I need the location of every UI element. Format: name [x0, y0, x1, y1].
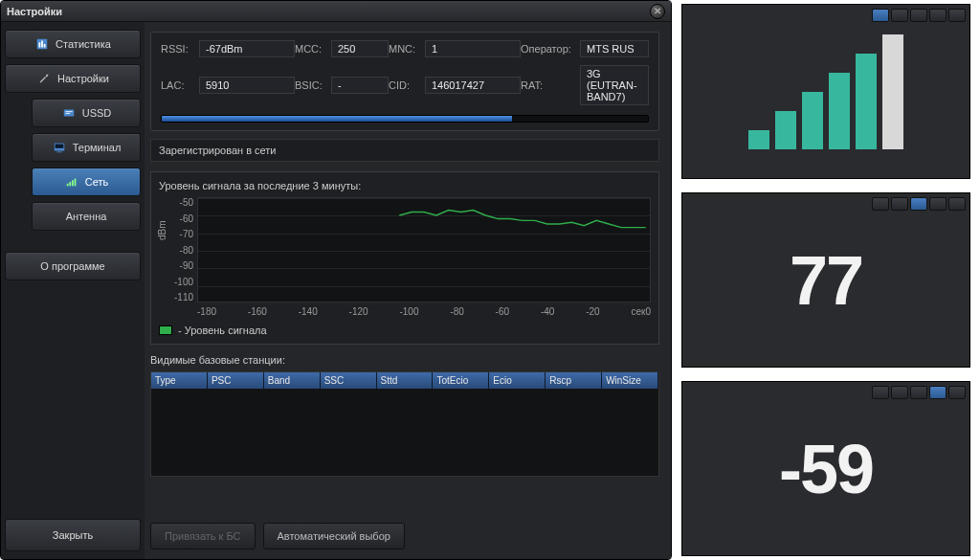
rssi-label: RSSI: — [161, 43, 199, 55]
signal-bar — [748, 130, 769, 149]
signal-progress-fill — [162, 116, 512, 122]
signal-bar — [829, 73, 850, 149]
mnc-value: 1 — [425, 40, 521, 57]
chart-x-axis: -180 -160 -140 -120 -100 -80 -60 -40 -20… — [159, 302, 651, 317]
ussd-icon — [61, 105, 77, 121]
chart-y-axis: dBm -50 -60 -70 -80 -90 -100 -110 — [159, 197, 197, 302]
titlebar: Настройки ✕ — [1, 1, 671, 22]
svg-rect-6 — [65, 113, 69, 114]
bsic-label: BSIC: — [295, 79, 331, 91]
terminal-icon — [52, 140, 67, 155]
rssi-value: -67dBm — [199, 40, 295, 57]
toolbar-button[interactable] — [910, 197, 927, 211]
legend-label: - Уровень сигнала — [178, 325, 267, 336]
auto-select-button[interactable]: Автоматический выбор — [263, 523, 405, 549]
toolbar-button[interactable] — [948, 9, 966, 22]
toolbar-button[interactable] — [948, 197, 966, 211]
toolbar-button[interactable] — [910, 386, 927, 399]
signal-bar — [882, 34, 903, 149]
svg-rect-1 — [39, 42, 41, 47]
stations-table: TypePSCBandSSCSttdTotEcioEcioRscpWinSize — [150, 371, 659, 477]
sidebar-item-antenna[interactable]: Антенна — [32, 202, 141, 231]
sidebar-item-terminal[interactable]: Терминал — [32, 133, 141, 162]
main-panel: RSSI: -67dBm MCC: 250 MNC: 1 Оператор: M… — [145, 22, 671, 559]
lac-value: 5910 — [199, 77, 295, 94]
signal-bar — [856, 54, 877, 149]
panel-value-a: 77 — [681, 192, 970, 368]
close-icon[interactable]: ✕ — [650, 4, 665, 19]
bind-bs-button[interactable]: Привязать к БС — [150, 523, 256, 549]
legend-swatch-icon — [159, 325, 172, 335]
sidebar-item-ussd[interactable]: USSD — [32, 99, 141, 127]
panel-signal-bars — [681, 4, 970, 179]
svg-rect-10 — [67, 184, 69, 187]
lac-label: LAC: — [161, 79, 199, 91]
bottom-bar: Привязать к БС Автоматический выбор — [150, 513, 659, 549]
sidebar-item-label: Антенна — [66, 211, 107, 222]
svg-rect-11 — [69, 182, 71, 186]
stations-title: Видимые базовые станции: — [150, 354, 659, 366]
sidebar-item-settings[interactable]: Настройки — [5, 64, 141, 93]
rat-value: 3G (EUTRAN-BAND7) — [580, 65, 649, 105]
sidebar-item-statistics[interactable]: Статистика — [5, 30, 141, 58]
mcc-value: 250 — [331, 40, 389, 57]
toolbar-button[interactable] — [891, 197, 908, 211]
svg-rect-2 — [41, 41, 43, 48]
sidebar-item-label: Терминал — [73, 142, 122, 153]
toolbar-button[interactable] — [929, 197, 947, 211]
toolbar-button[interactable] — [948, 386, 966, 399]
sidebar-item-label: Сеть — [85, 176, 108, 188]
sidebar-item-label: О программе — [40, 260, 104, 272]
sidebar-item-network[interactable]: Сеть — [32, 168, 141, 196]
cid-value: 146017427 — [425, 77, 521, 94]
close-button[interactable]: Закрыть — [5, 519, 141, 551]
svg-rect-5 — [65, 111, 72, 112]
sidebar-item-label: Статистика — [56, 38, 111, 50]
mnc-label: MNC: — [389, 43, 425, 55]
window-title: Настройки — [7, 6, 62, 17]
toolbar-button[interactable] — [872, 9, 889, 22]
toolbar-button[interactable] — [910, 9, 927, 22]
value-a: 77 — [790, 241, 862, 320]
cid-label: CID: — [389, 79, 425, 91]
signal-bar — [802, 92, 823, 149]
toolbar-button[interactable] — [872, 386, 889, 399]
table-column-header[interactable]: WinSize — [602, 372, 658, 389]
side-panels: 77 -59 — [681, 0, 974, 560]
network-icon — [64, 174, 79, 190]
bsic-value: - — [331, 77, 389, 94]
table-column-header[interactable]: Ecio — [489, 372, 546, 389]
panel-toolbar — [872, 386, 966, 399]
mcc-label: MCC: — [295, 43, 331, 55]
table-column-header[interactable]: Type — [151, 372, 208, 389]
toolbar-button[interactable] — [872, 197, 889, 211]
toolbar-button[interactable] — [891, 386, 908, 399]
table-column-header[interactable]: PSC — [208, 372, 264, 389]
svg-rect-9 — [56, 151, 61, 152]
table-column-header[interactable]: Rscp — [546, 372, 602, 389]
panel-value-b: -59 — [681, 381, 970, 556]
chart-canvas — [197, 197, 651, 302]
signal-strength-icon — [748, 34, 903, 149]
svg-rect-13 — [74, 179, 76, 187]
panel-toolbar — [872, 197, 966, 211]
sidebar-item-about[interactable]: О программе — [5, 252, 141, 280]
network-info-box: RSSI: -67dBm MCC: 250 MNC: 1 Оператор: M… — [150, 32, 659, 131]
panel-toolbar — [872, 9, 966, 22]
stats-icon — [34, 36, 50, 52]
sidebar-item-label: Настройки — [57, 73, 109, 84]
toolbar-button[interactable] — [929, 386, 947, 399]
svg-rect-8 — [55, 145, 63, 148]
table-column-header[interactable]: SSC — [321, 372, 377, 389]
wrench-icon — [36, 71, 52, 86]
registration-status: Зарегистрирован в сети — [150, 139, 659, 162]
signal-chart-section: Уровень сигнала за последние 3 минуты: d… — [150, 171, 659, 345]
value-b: -59 — [779, 430, 873, 508]
settings-window: Настройки ✕ Статистика Настройки USS — [0, 0, 672, 560]
toolbar-button[interactable] — [929, 9, 947, 22]
stations-section: Видимые базовые станции: TypePSCBandSSCS… — [150, 354, 659, 477]
table-column-header[interactable]: TotEcio — [433, 372, 489, 389]
table-column-header[interactable]: Band — [264, 372, 321, 389]
table-column-header[interactable]: Sttd — [377, 372, 434, 389]
toolbar-button[interactable] — [891, 9, 908, 22]
